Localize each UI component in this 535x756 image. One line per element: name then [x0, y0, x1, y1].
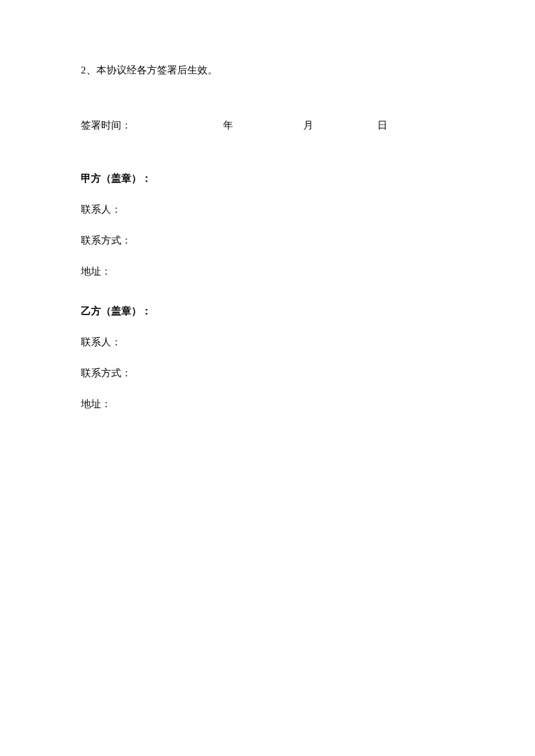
party-a-address: 地址： [81, 263, 454, 279]
party-a-header: 甲方（盖章）： [81, 170, 454, 186]
date-month-label: 月 [303, 117, 313, 133]
party-b-address: 地址： [81, 396, 454, 412]
party-b-section: 乙方（盖章）： 联系人： 联系方式： 地址： [81, 303, 454, 412]
date-day-label: 日 [377, 117, 387, 133]
party-a-section: 甲方（盖章）： 联系人： 联系方式： 地址： [81, 170, 454, 279]
party-a-contact-method: 联系方式： [81, 232, 454, 248]
party-b-contact-method: 联系方式： [81, 365, 454, 381]
signing-date-label: 签署时间： [81, 117, 131, 133]
signing-date-row: 签署时间： 年 月 日 [81, 117, 454, 133]
party-a-contact-person: 联系人： [81, 201, 454, 217]
party-b-contact-person: 联系人： [81, 334, 454, 350]
clause-text: 2、本协议经各方签署后生效。 [81, 62, 454, 78]
date-year-label: 年 [223, 117, 233, 133]
document-content: 2、本协议经各方签署后生效。 签署时间： 年 月 日 甲方（盖章）： 联系人： … [0, 0, 535, 412]
party-b-header: 乙方（盖章）： [81, 303, 454, 319]
